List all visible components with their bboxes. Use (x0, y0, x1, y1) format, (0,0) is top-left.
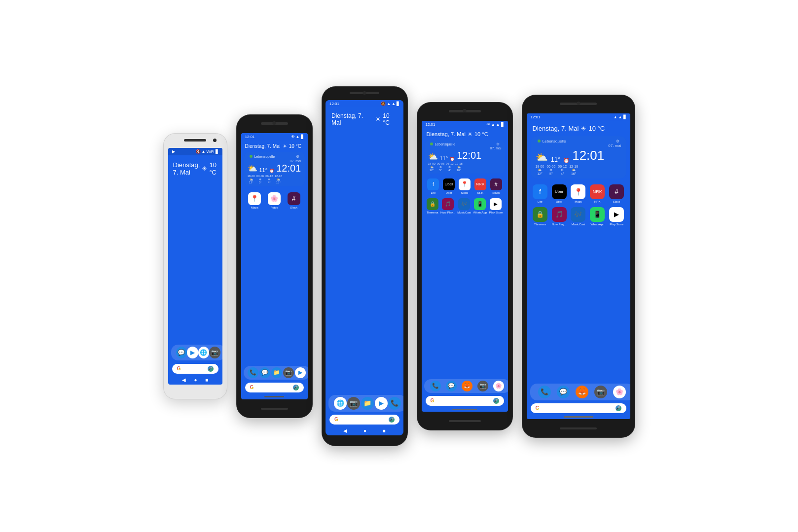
threema-app-5[interactable]: 🔒 (533, 207, 547, 222)
nowplaying-wrapper-5: 🎵 Now Play... (552, 207, 567, 226)
camera-app-3[interactable]: 📷 (347, 397, 360, 410)
date-text-5: Dienstag, 7. Mai (533, 125, 579, 132)
weather-date-5: 07. mai (536, 143, 621, 148)
nowplaying-label-5: Now Play... (552, 223, 567, 226)
maps-app-4[interactable]: 📍 (459, 178, 471, 190)
maps-app-5[interactable]: 📍 (571, 184, 585, 199)
slack-app-2[interactable]: # (288, 192, 300, 205)
chrome-app-3[interactable]: 🌐 (334, 397, 347, 410)
threema-wrapper-4: 🔒 Threema (427, 198, 438, 214)
maps-wrapper-2: 📍 Maps (248, 192, 261, 209)
camera-app-4[interactable]: 📷 (477, 381, 488, 391)
play-app-2[interactable]: ▶ (295, 367, 306, 378)
nav-bar-3: ◀ ● ■ (326, 426, 403, 435)
camera-app-2[interactable]: 📷 (283, 367, 294, 378)
fc-icon-2-2: ❄ (256, 177, 264, 181)
gear-icon-2[interactable]: ⚙ (296, 154, 299, 159)
search-bar-3[interactable]: G 🎤 (329, 415, 399, 425)
home-bar-2[interactable] (264, 396, 284, 397)
play-app[interactable]: ▶ (187, 347, 198, 358)
slack-label-5: Slack (613, 200, 620, 203)
messages-app-4[interactable]: 💬 (446, 381, 457, 391)
playstore-app-4[interactable]: ▶ (490, 198, 502, 210)
firefox-app-5[interactable]: 🦊 (576, 386, 588, 398)
phone-app-5[interactable]: 📞 (538, 386, 551, 398)
mic-button-1[interactable]: 🎤 (208, 366, 214, 372)
battery-icon-2: ▊ (301, 135, 304, 139)
photos-app-5[interactable]: 🌸 (613, 386, 626, 398)
nrk-app-5[interactable]: NRK (590, 184, 605, 199)
phone-app-2[interactable]: 📞 (248, 367, 258, 378)
nowplaying-app-4[interactable]: 🎵 (442, 198, 454, 210)
sun-icon-3: ☀ (375, 116, 381, 123)
maps-app-2[interactable]: 📍 (248, 192, 261, 205)
nrk-label-4: NRK (477, 191, 483, 194)
recents-button-1[interactable]: ■ (205, 377, 208, 383)
mic-button-3[interactable]: 🎤 (389, 417, 395, 423)
gear-icon-4[interactable]: ⚙ (496, 142, 500, 146)
screen-5: 12:01 ▲ ▲ ▊ Dienstag, 7. Mai ☀ 10 °C (527, 113, 630, 419)
search-bar-4[interactable]: G 🎤 (426, 396, 504, 406)
lebensquelle-label-5: Lebensquelle (543, 139, 566, 143)
home-btn-3[interactable]: ● (363, 428, 366, 433)
clock-icon-4: ⏰ (450, 157, 455, 161)
nowplaying-app-5[interactable]: 🎵 (552, 207, 567, 222)
date-text-2: Dienstag, 7. Mai (245, 143, 281, 149)
nrk-app-4[interactable]: NRK (474, 178, 486, 190)
play-app-3[interactable]: ▶ (375, 397, 388, 410)
gear-icon-5[interactable]: ⚙ (616, 139, 619, 143)
whatsapp-app-4[interactable]: 📱 (474, 198, 486, 210)
mic-button-4[interactable]: 🎤 (493, 398, 499, 404)
camera-dot-3 (363, 91, 366, 95)
slack-app-5[interactable]: # (609, 184, 624, 199)
weather-sun-2: ☀ (283, 143, 287, 149)
home-bar-5[interactable] (564, 416, 593, 418)
search-bar-5[interactable]: G 🎤 (531, 403, 626, 413)
messages-app-5[interactable]: 💬 (557, 386, 570, 398)
phone-app-4[interactable]: 📞 (430, 381, 441, 391)
uber-app-5[interactable]: Uber (552, 184, 567, 199)
lebensquelle-label-4: Lebensquelle (435, 142, 455, 146)
search-bar-1[interactable]: G 🎤 (172, 364, 218, 374)
fc3-4: 06-12❄4° (446, 162, 453, 172)
phone-app-3[interactable]: 📞 (388, 397, 401, 410)
whatsapp-wrapper-4: 📱 WhatsApp (473, 198, 487, 214)
slack-app-4[interactable]: # (490, 178, 502, 190)
mic-button-5[interactable]: 🎤 (616, 405, 621, 411)
weather-widget-5: Lebensquelle ⚙ 07. mai ⛅ 11° ⏰ 12:01 18-… (531, 136, 626, 178)
home-button-1[interactable]: ● (194, 377, 197, 383)
photos-app-4[interactable]: 🌸 (493, 381, 504, 391)
camera-app[interactable]: 📷 (209, 347, 220, 358)
playstore-app-5[interactable]: ▶ (609, 207, 624, 222)
fotos-app-2[interactable]: 🌸 (268, 192, 281, 205)
time-label-4: 12:01 (457, 150, 481, 161)
chrome-app[interactable]: 🌐 (198, 347, 210, 358)
uber-app-4[interactable]: Uber (443, 178, 455, 190)
messages-app[interactable]: 💬 (176, 347, 187, 358)
back-btn-3[interactable]: ◀ (343, 428, 347, 433)
files-app-3[interactable]: 📁 (361, 397, 374, 410)
musiccast-app-5[interactable]: 🎶 (571, 207, 585, 222)
back-button-1[interactable]: ◀ (182, 377, 186, 383)
fc1-5: 18-00⛅12° (536, 165, 544, 176)
lite-app-4[interactable]: f (427, 178, 439, 190)
screen-4: 12:01 👁 ▲ ▲ ▊ Dienstag, 7. Mai ☀ 10 °C (422, 121, 508, 412)
musiccast-app-4[interactable]: 🎶 (458, 198, 470, 210)
fc-time-3-2: 06-12 (265, 175, 273, 177)
camera-dot-4 (463, 109, 467, 112)
home-bar-4[interactable] (452, 409, 477, 410)
lite-app-5[interactable]: f (533, 184, 547, 199)
files-app-2[interactable]: 📁 (271, 367, 282, 378)
whatsapp-app-5[interactable]: 📱 (590, 207, 605, 222)
firefox-app-4[interactable]: 🦊 (462, 381, 472, 391)
camera-app-5[interactable]: 📷 (594, 386, 607, 398)
threema-app-4[interactable]: 🔒 (427, 198, 438, 210)
recents-btn-3[interactable]: ■ (383, 428, 386, 433)
mic-button-2[interactable]: 🎤 (293, 385, 299, 390)
temp-text-4: 10 °C (474, 131, 488, 137)
google-logo-2: G (250, 385, 254, 390)
fc-icon-3-2: ❄ (265, 177, 273, 181)
playstore-wrapper-4: ▶ Play Store (489, 198, 503, 214)
search-bar-2[interactable]: G 🎤 (245, 383, 304, 392)
messages-app-2[interactable]: 💬 (259, 367, 270, 378)
